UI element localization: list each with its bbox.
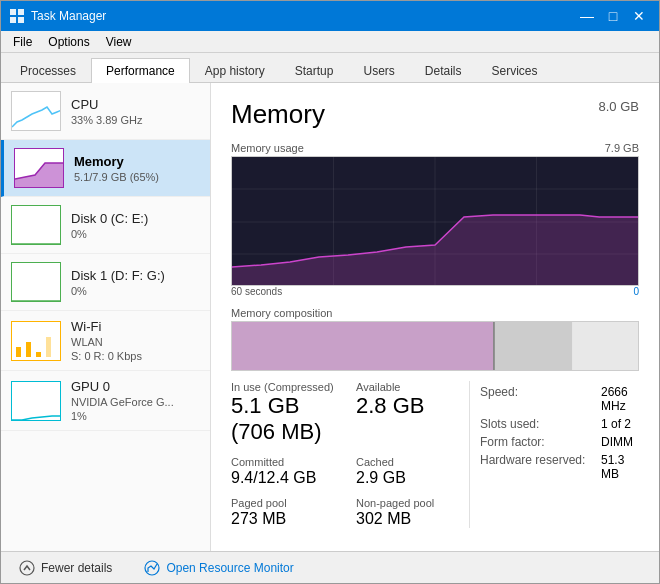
disk0-name: Disk 0 (C: E:): [71, 211, 200, 226]
disk0-thumbnail: [11, 205, 61, 245]
memory-usage-graph: [231, 156, 639, 286]
left-stats: In use (Compressed) 5.1 GB (706 MB) Avai…: [231, 381, 469, 528]
memory-usage-section: Memory usage 7.9 GB: [231, 142, 639, 297]
memory-comp-label: Memory composition: [231, 307, 639, 319]
task-manager-window: Task Manager — □ ✕ File Options View Pro…: [0, 0, 660, 584]
detail-total: 8.0 GB: [599, 99, 639, 114]
title-bar: Task Manager — □ ✕: [1, 1, 659, 31]
svg-rect-0: [10, 9, 16, 15]
disk1-name: Disk 1 (D: F: G:): [71, 268, 200, 283]
sidebar: CPU 33% 3.89 GHz Memory 5.1/7.9 GB (65%): [1, 83, 211, 551]
disk0-detail: 0%: [71, 228, 200, 240]
svg-rect-1: [18, 9, 24, 15]
wifi-detail2: WLAN: [71, 336, 200, 348]
disk1-thumbnail: [11, 262, 61, 302]
sidebar-item-disk0[interactable]: Disk 0 (C: E:) 0%: [1, 197, 210, 254]
sidebar-item-disk1[interactable]: Disk 1 (D: F: G:) 0%: [1, 254, 210, 311]
gpu-detail: 1%: [71, 410, 200, 422]
menu-view[interactable]: View: [98, 33, 140, 51]
app-icon: [9, 8, 25, 24]
tabs-bar: Processes Performance App history Startu…: [1, 53, 659, 83]
wifi-detail: S: 0 R: 0 Kbps: [71, 350, 200, 362]
tab-app-history[interactable]: App history: [190, 58, 280, 83]
svg-rect-17: [493, 322, 495, 371]
tab-users[interactable]: Users: [348, 58, 409, 83]
disk0-info: Disk 0 (C: E:) 0%: [71, 211, 200, 240]
form-factor-stat: Form factor: DIMM: [480, 435, 639, 449]
svg-rect-2: [10, 17, 16, 23]
cpu-detail: 33% 3.89 GHz: [71, 114, 200, 126]
tab-startup[interactable]: Startup: [280, 58, 349, 83]
right-stats: Speed: 2666 MHz Slots used: 1 of 2 Form …: [469, 381, 639, 528]
sidebar-item-memory[interactable]: Memory 5.1/7.9 GB (65%): [1, 140, 210, 197]
menu-options[interactable]: Options: [40, 33, 97, 51]
menu-bar: File Options View: [1, 31, 659, 53]
fewer-details-button[interactable]: Fewer details: [13, 558, 118, 578]
tab-performance[interactable]: Performance: [91, 58, 190, 83]
minimize-button[interactable]: —: [575, 4, 599, 28]
tab-details[interactable]: Details: [410, 58, 477, 83]
svg-point-20: [20, 561, 34, 575]
window-title: Task Manager: [31, 9, 106, 23]
memory-thumbnail: [14, 148, 64, 188]
sidebar-item-wifi[interactable]: Wi-Fi WLAN S: 0 R: 0 Kbps: [1, 311, 210, 371]
main-content: CPU 33% 3.89 GHz Memory 5.1/7.9 GB (65%): [1, 83, 659, 551]
open-resource-monitor-button[interactable]: Open Resource Monitor: [138, 558, 299, 578]
gpu-info: GPU 0 NVIDIA GeForce G... 1%: [71, 379, 200, 422]
gpu-thumbnail: [11, 381, 61, 421]
cpu-info: CPU 33% 3.89 GHz: [71, 97, 200, 126]
sidebar-item-cpu[interactable]: CPU 33% 3.89 GHz: [1, 83, 210, 140]
svg-rect-16: [232, 322, 493, 371]
disk1-info: Disk 1 (D: F: G:) 0%: [71, 268, 200, 297]
gpu-detail2: NVIDIA GeForce G...: [71, 396, 200, 408]
svg-marker-4: [15, 163, 64, 188]
memory-comp-section: Memory composition: [231, 307, 639, 371]
menu-file[interactable]: File: [5, 33, 40, 51]
cpu-name: CPU: [71, 97, 200, 112]
non-paged-pool-stat: Non-paged pool 302 MB: [356, 497, 469, 528]
detail-panel: Memory 8.0 GB Memory usage 7.9 GB: [211, 83, 659, 551]
sidebar-item-gpu[interactable]: GPU 0 NVIDIA GeForce G... 1%: [1, 371, 210, 431]
committed-stat: Committed 9.4/12.4 GB: [231, 456, 344, 487]
stats-area: In use (Compressed) 5.1 GB (706 MB) Avai…: [231, 381, 639, 528]
available-stat: Available 2.8 GB: [356, 381, 469, 446]
slots-stat: Slots used: 1 of 2: [480, 417, 639, 431]
cached-stat: Cached 2.9 GB: [356, 456, 469, 487]
memory-comp-graph: [231, 321, 639, 371]
gpu-name: GPU 0: [71, 379, 200, 394]
svg-rect-18: [495, 322, 572, 371]
svg-point-21: [145, 561, 159, 575]
svg-rect-6: [26, 342, 31, 357]
memory-usage-label: Memory usage 7.9 GB: [231, 142, 639, 154]
paged-pool-stat: Paged pool 273 MB: [231, 497, 344, 528]
title-bar-controls: — □ ✕: [575, 4, 651, 28]
speed-stat: Speed: 2666 MHz: [480, 385, 639, 413]
detail-header: Memory 8.0 GB: [231, 99, 639, 130]
svg-rect-3: [18, 17, 24, 23]
disk1-detail: 0%: [71, 285, 200, 297]
chevron-up-icon: [19, 560, 35, 576]
resource-monitor-icon: [144, 560, 160, 576]
wifi-thumbnail: [11, 321, 61, 361]
close-button[interactable]: ✕: [627, 4, 651, 28]
bottom-bar: Fewer details Open Resource Monitor: [1, 551, 659, 583]
memory-detail: 5.1/7.9 GB (65%): [74, 171, 200, 183]
graph-time-labels: 60 seconds 0: [231, 286, 639, 297]
svg-rect-7: [36, 352, 41, 357]
hw-reserved-stat: Hardware reserved: 51.3 MB: [480, 453, 639, 481]
cpu-thumbnail: [11, 91, 61, 131]
tab-services[interactable]: Services: [477, 58, 553, 83]
title-bar-left: Task Manager: [9, 8, 106, 24]
wifi-name: Wi-Fi: [71, 319, 200, 334]
wifi-info: Wi-Fi WLAN S: 0 R: 0 Kbps: [71, 319, 200, 362]
memory-name: Memory: [74, 154, 200, 169]
memory-info: Memory 5.1/7.9 GB (65%): [74, 154, 200, 183]
tab-processes[interactable]: Processes: [5, 58, 91, 83]
svg-rect-8: [46, 337, 51, 357]
maximize-button[interactable]: □: [601, 4, 625, 28]
svg-rect-19: [572, 322, 638, 371]
in-use-stat: In use (Compressed) 5.1 GB (706 MB): [231, 381, 344, 446]
detail-title: Memory: [231, 99, 325, 130]
svg-rect-5: [16, 347, 21, 357]
